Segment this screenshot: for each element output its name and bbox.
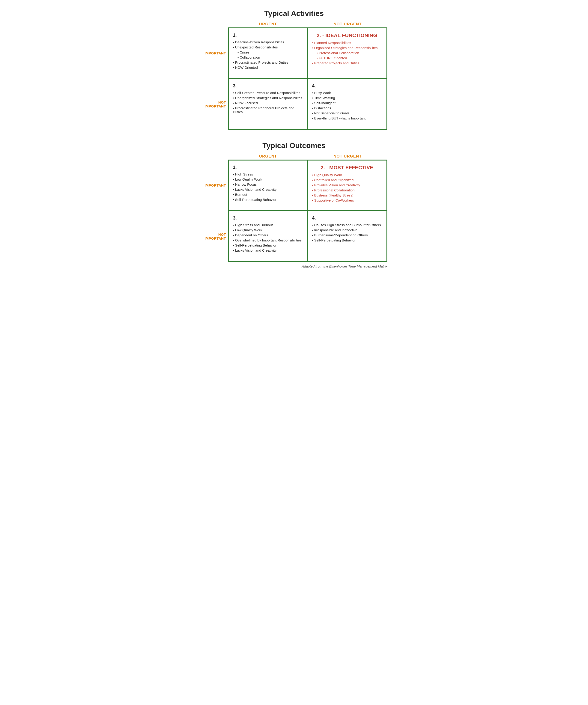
activities-not-important-label: NOT IMPORTANT [201,79,228,130]
activities-q4-list: Busy Work Time Wasting Self-Indulgent Di… [312,91,382,120]
activities-q2-item-1: Planned Responsibilites [312,41,382,45]
activities-q2-item-3: Professional Collaboration [312,51,382,55]
activities-q1-item-1: Deadline-Driven Responsibilites [233,40,303,44]
outcomes-q1-list: High Stress Low Quality Work Narrow Focu… [233,172,303,201]
outcomes-q3-item-3: Dependent on Others [233,233,303,237]
outcomes-q2-cell: 2. - MOST EFFECTIVE High Quality Work Co… [308,160,387,211]
activities-q3-cell: 3. Self-Created Pressure and Responsibil… [229,79,308,129]
activities-q1-number: 1. [233,33,303,38]
outcomes-urgent-header: URGENT [228,154,308,159]
outcomes-q2-item-3: Provides Vision and Creativity [312,183,382,187]
activities-q2-cell: 2. - IDEAL FUNCTIONING Planned Responsib… [308,28,387,79]
activities-q4-item-6: Everything BUT what is Important [312,116,382,120]
activities-grid: 1. Deadline-Driven Responsibilites Unexp… [228,28,387,130]
outcomes-q2-item-5: Eustress (Healthy Stress) [312,193,382,197]
activities-q3-item-3: NOW Focused [233,101,303,105]
outcomes-q4-number: 4. [312,216,382,221]
activities-q3-item-2: Unorganized Strategies and Responsibilit… [233,96,303,100]
activities-q1-item-3: Crises [233,50,303,54]
outcomes-q2-list: High Quality Work Controlled and Organiz… [312,173,382,202]
outcomes-q4-list: Causes High Stress and Burnout for Other… [312,223,382,242]
activities-q2-list: Planned Responsibilites Organized Strate… [312,41,382,65]
activities-section: Typical Activities URGENT NOT URGENT IMP… [201,9,387,130]
activities-q3-list: Self-Created Pressure and Responsibilite… [233,91,303,114]
activities-q3-item-4: Procrastinated Peripheral Projects and D… [233,106,303,114]
outcomes-q3-number: 3. [233,216,303,221]
activities-important-label: IMPORTANT [201,28,228,79]
outcomes-q3-list: High Stress and Burnout Low Quality Work… [233,223,303,252]
outcomes-important-label: IMPORTANT [201,159,228,211]
activities-q2-number: 2. - IDEAL FUNCTIONING [312,33,382,39]
activities-urgent-header: URGENT [228,22,308,27]
activities-q1-item-6: NOW Oriented [233,65,303,69]
outcomes-q2-item-1: High Quality Work [312,173,382,177]
outcomes-q4-item-1: Causes High Stress and Burnout for Other… [312,223,382,227]
outcomes-q2-number: 2. - MOST EFFECTIVE [312,164,382,171]
outcomes-q3-item-2: Low Quality Work [233,228,303,232]
footnote: Adapted from the Eisenhower Time Managem… [201,264,387,268]
outcomes-section: Typical Outcomes URGENT NOT URGENT IMPOR… [201,141,387,268]
outcomes-q1-item-6: Self-Perpetuating Behavior [233,198,303,201]
outcomes-q1-item-2: Low Quality Work [233,177,303,181]
outcomes-q1-item-4: Lacks Vision and Creativity [233,187,303,191]
activities-q3-item-1: Self-Created Pressure and Responsibilite… [233,91,303,95]
activities-q4-item-5: Not Beneficial to Goals [312,111,382,115]
activities-q4-number: 4. [312,83,382,89]
outcomes-col-headers: URGENT NOT URGENT [228,154,387,159]
outcomes-q1-item-5: Burnout [233,193,303,196]
outcomes-q1-item-3: Narrow Focus [233,182,303,186]
outcomes-not-urgent-header: NOT URGENT [308,154,387,159]
activities-q4-item-3: Self-Indulgent [312,101,382,105]
activities-q1-list: Deadline-Driven Responsibilites Unexpect… [233,40,303,69]
outcomes-q3-item-4: Overwhelmed by Important Responsibilitie… [233,238,303,242]
activities-q1-item-4: Collaboration [233,55,303,59]
outcomes-grid: 1. High Stress Low Quality Work Narrow F… [228,159,387,262]
outcomes-q3-item-6: Lacks Vision and Creativity [233,248,303,252]
outcomes-q1-item-1: High Stress [233,172,303,176]
outcomes-q4-item-4: Self-Perpetuating Behavior [312,238,382,242]
activities-q2-item-5: Prepared Projects and Duties [312,61,382,65]
activities-q1-item-5: Procrastinated Projects and Duties [233,60,303,64]
activities-not-urgent-header: NOT URGENT [308,22,387,27]
outcomes-not-important-label: NOT IMPORTANT [201,211,228,262]
activities-q3-number: 3. [233,83,303,89]
activities-q4-item-1: Busy Work [312,91,382,95]
outcomes-q3-item-5: Self-Perpetuating Behavior [233,243,303,247]
outcomes-q2-item-6: Supportive of Co-Workers [312,198,382,202]
activities-q1-cell: 1. Deadline-Driven Responsibilites Unexp… [229,28,308,79]
outcomes-q4-item-3: Burdensome/Dependent on Others [312,233,382,237]
activities-title: Typical Activities [201,9,387,18]
activities-q4-item-2: Time Wasting [312,96,382,100]
outcomes-q3-cell: 3. High Stress and Burnout Low Quality W… [229,211,308,262]
outcomes-matrix-body: IMPORTANT NOT IMPORTANT 1. High Stress L… [201,159,387,262]
outcomes-q3-item-1: High Stress and Burnout [233,223,303,227]
outcomes-title: Typical Outcomes [201,141,387,150]
outcomes-row-labels: IMPORTANT NOT IMPORTANT [201,159,228,262]
activities-matrix-body: IMPORTANT NOT IMPORTANT 1. Deadline-Driv… [201,28,387,130]
activities-q4-item-4: Distactions [312,106,382,110]
activities-q4-cell: 4. Busy Work Time Wasting Self-Indulgent… [308,79,387,129]
outcomes-q1-number: 1. [233,164,303,170]
activities-q2-item-2: Organized Strategies and Responsibilites [312,46,382,50]
outcomes-q2-item-2: Controlled and Organized [312,178,382,182]
outcomes-q2-item-4: Professional Collaboration [312,188,382,192]
activities-q1-item-2: Unexpected Responsibilites [233,45,303,49]
activities-col-headers: URGENT NOT URGENT [228,22,387,27]
outcomes-q4-item-2: Irresponsible and Ineffective [312,228,382,232]
outcomes-q4-cell: 4. Causes High Stress and Burnout for Ot… [308,211,387,262]
activities-row-labels: IMPORTANT NOT IMPORTANT [201,28,228,130]
activities-q2-item-4: FUTURE Oriented [312,56,382,60]
outcomes-q1-cell: 1. High Stress Low Quality Work Narrow F… [229,160,308,211]
